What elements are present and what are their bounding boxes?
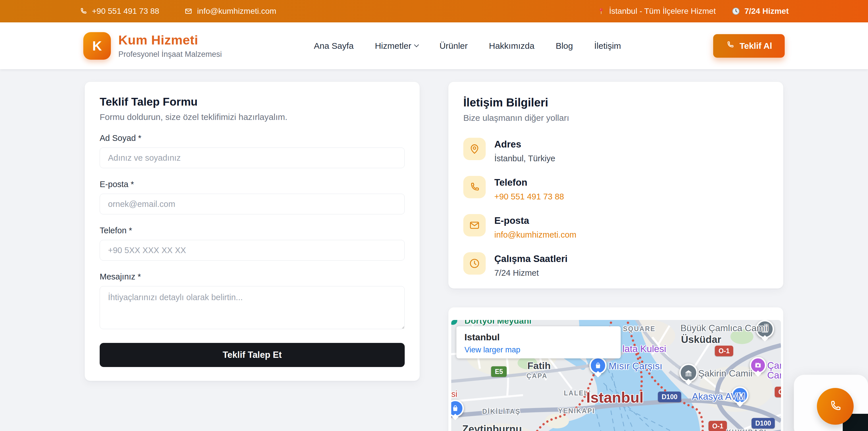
message-label: Mesajınız * bbox=[100, 272, 405, 281]
brand-text: Kum Hizmeti Profesyonel İnşaat Malzemesi bbox=[118, 33, 222, 59]
road-badge-d100-bottom: D100 bbox=[752, 418, 775, 429]
contact-item-adres: Adres İstanbul, Türkiye bbox=[463, 138, 768, 163]
header: K Kum Hizmeti Profesyonel İnşaat Malzeme… bbox=[0, 22, 868, 69]
contact-item-text: Çalışma Saatleri 7/24 Hizmet bbox=[494, 252, 567, 278]
contact-info-card: İletişim Bilgileri Bize ulaşmanın diğer … bbox=[448, 81, 783, 289]
google-map[interactable]: Dörtyol Meydanı E5 O-1 D100 O-1 D100 O bbox=[451, 320, 781, 431]
topbar-hours: 7/24 Hizmet bbox=[732, 7, 789, 16]
map-label-camlica-line2: Caml bbox=[767, 370, 781, 381]
nav-item-blog[interactable]: Blog bbox=[556, 41, 573, 51]
map-label-buyuk-camlica: Büyük Çamlıca Camii bbox=[680, 323, 768, 333]
contact-item-telefon: Telefon +90 551 491 73 88 bbox=[463, 176, 768, 201]
contact-item-title: E-posta bbox=[494, 214, 577, 226]
map-label-galata-kulesi: lata Kulesi bbox=[622, 343, 666, 354]
topbar-hours-text: 7/24 Hizmet bbox=[744, 7, 789, 16]
brand[interactable]: K Kum Hizmeti Profesyonel İnşaat Malzeme… bbox=[83, 32, 222, 60]
location-pin-icon bbox=[463, 138, 486, 160]
contact-item-text: Adres İstanbul, Türkiye bbox=[494, 138, 555, 163]
contact-title: İletişim Bilgileri bbox=[463, 96, 768, 109]
shopping-marker-misir-carsisi[interactable] bbox=[589, 357, 607, 374]
topbar-left: +90 551 491 73 88 info@kumhizmeti.com bbox=[79, 7, 276, 16]
map-label-fatih: Fatih bbox=[527, 360, 551, 371]
phone-icon bbox=[828, 399, 842, 414]
nav-item-hizmetler[interactable]: Hizmetler bbox=[375, 41, 418, 51]
fab-panel bbox=[794, 375, 868, 431]
nav-label: Ürünler bbox=[439, 41, 468, 51]
nav-item-urunler[interactable]: Ürünler bbox=[439, 41, 468, 51]
map-infobox: Istanbul View larger map bbox=[456, 326, 621, 358]
map-label-dikilitas: DİKİLİTAŞ bbox=[482, 408, 521, 416]
mail-icon bbox=[463, 214, 486, 236]
pushpin-icon bbox=[598, 7, 604, 15]
contact-item-title: Adres bbox=[494, 138, 555, 150]
topbar-email-text: info@kumhizmeti.com bbox=[197, 7, 276, 16]
field-message: Mesajınız * bbox=[100, 272, 405, 330]
brand-tagline: Profesyonel İnşaat Malzemesi bbox=[118, 50, 222, 59]
contact-items: Adres İstanbul, Türkiye Telefon +90 551 … bbox=[463, 138, 768, 278]
mail-icon bbox=[184, 7, 192, 15]
map-label-istanbul-city: Istanbul bbox=[586, 389, 643, 406]
topbar-location-text: İstanbul - Tüm İlçelere Hizmet bbox=[609, 7, 716, 16]
nav-label: İletişim bbox=[594, 41, 621, 51]
map-label-square: SQUARE bbox=[623, 325, 655, 333]
email-label: E-posta * bbox=[100, 179, 405, 189]
nav-item-hakkimizda[interactable]: Hakkımızda bbox=[489, 41, 534, 51]
topbar-right: İstanbul - Tüm İlçelere Hizmet 7/24 Hizm… bbox=[598, 7, 789, 16]
main-content: Teklif Talep Formu Formu doldurun, size … bbox=[0, 69, 868, 431]
phone-label: Telefon * bbox=[100, 226, 405, 235]
map-label-misir-carsisi: Mısır Çarşısı bbox=[609, 361, 662, 372]
phone-input[interactable] bbox=[100, 240, 405, 261]
nav-label: Blog bbox=[556, 41, 573, 51]
page: +90 551 491 73 88 info@kumhizmeti.com İs… bbox=[0, 0, 868, 431]
brand-logo: K bbox=[83, 32, 111, 60]
chevron-down-icon bbox=[414, 42, 419, 47]
topbar-location: İstanbul - Tüm İlçelere Hizmet bbox=[598, 7, 716, 16]
map-card: Dörtyol Meydanı E5 O-1 D100 O-1 D100 O bbox=[448, 307, 783, 431]
message-textarea[interactable] bbox=[100, 286, 405, 329]
quote-form-card: Teklif Talep Formu Formu doldurun, size … bbox=[85, 81, 420, 381]
form-title: Teklif Talep Formu bbox=[100, 96, 405, 108]
contact-phone-link[interactable]: +90 551 491 73 88 bbox=[494, 192, 564, 201]
map-label-akasya-avm: Akasya AVM bbox=[692, 391, 745, 402]
name-label: Ad Soyad * bbox=[100, 133, 405, 143]
contact-subtitle: Bize ulaşmanın diğer yolları bbox=[463, 113, 768, 123]
topbar: +90 551 491 73 88 info@kumhizmeti.com İs… bbox=[0, 0, 868, 22]
submit-button[interactable]: Teklif Talep Et bbox=[100, 343, 405, 367]
view-larger-map-link[interactable]: View larger map bbox=[464, 345, 521, 354]
field-phone: Telefon * bbox=[100, 226, 405, 261]
road-badge-d100: D100 bbox=[658, 392, 681, 402]
map-label-meydani-partial: Dörtyol Meydanı bbox=[464, 320, 531, 326]
contact-item-value: İstanbul, Türkiye bbox=[494, 154, 555, 163]
road-badge-o1-bottom: O-1 bbox=[709, 421, 727, 431]
contact-item-calisma-saatleri: Çalışma Saatleri 7/24 Hizmet bbox=[463, 252, 768, 278]
name-input[interactable] bbox=[100, 147, 405, 168]
phone-icon bbox=[79, 7, 87, 15]
email-input[interactable] bbox=[100, 194, 405, 214]
teklif-al-label: Teklif Al bbox=[740, 41, 772, 51]
map-label-capa: ÇAPA bbox=[526, 372, 548, 380]
map-label-yenikapi: YENIKAPI bbox=[558, 407, 595, 415]
road-badge-o-partial: O bbox=[775, 387, 781, 397]
contact-item-text: E-posta info@kumhizmeti.com bbox=[494, 214, 577, 240]
contact-item-title: Çalışma Saatleri bbox=[494, 252, 567, 264]
map-label-uskudar: Üsküdar bbox=[681, 334, 721, 345]
map-label-esi-partial: esi bbox=[451, 389, 457, 399]
landmark-marker-sakirin[interactable] bbox=[679, 364, 698, 382]
map-label-zeytinburnu: Zeytinburnu bbox=[462, 423, 522, 431]
topbar-email-link[interactable]: info@kumhizmeti.com bbox=[184, 7, 276, 16]
main-nav: Ana Sayfa Hizmetler Ürünler Hakkımızda B… bbox=[222, 41, 713, 51]
phone-icon bbox=[726, 40, 735, 51]
nav-item-ana-sayfa[interactable]: Ana Sayfa bbox=[314, 41, 353, 51]
topbar-phone-link[interactable]: +90 551 491 73 88 bbox=[79, 7, 159, 16]
field-email: E-posta * bbox=[100, 179, 405, 214]
contact-email-link[interactable]: info@kumhizmeti.com bbox=[494, 230, 577, 240]
map-infobox-title: Istanbul bbox=[464, 332, 613, 343]
brand-logo-letter: K bbox=[92, 38, 102, 54]
nav-item-iletisim[interactable]: İletişim bbox=[594, 41, 621, 51]
field-name: Ad Soyad * bbox=[100, 133, 405, 168]
call-fab-button[interactable] bbox=[817, 388, 854, 425]
teklif-al-button[interactable]: Teklif Al bbox=[713, 34, 785, 58]
right-column: İletişim Bilgileri Bize ulaşmanın diğer … bbox=[448, 81, 783, 431]
clock-icon bbox=[463, 252, 486, 275]
road-badge-o1-top: O-1 bbox=[715, 346, 733, 356]
